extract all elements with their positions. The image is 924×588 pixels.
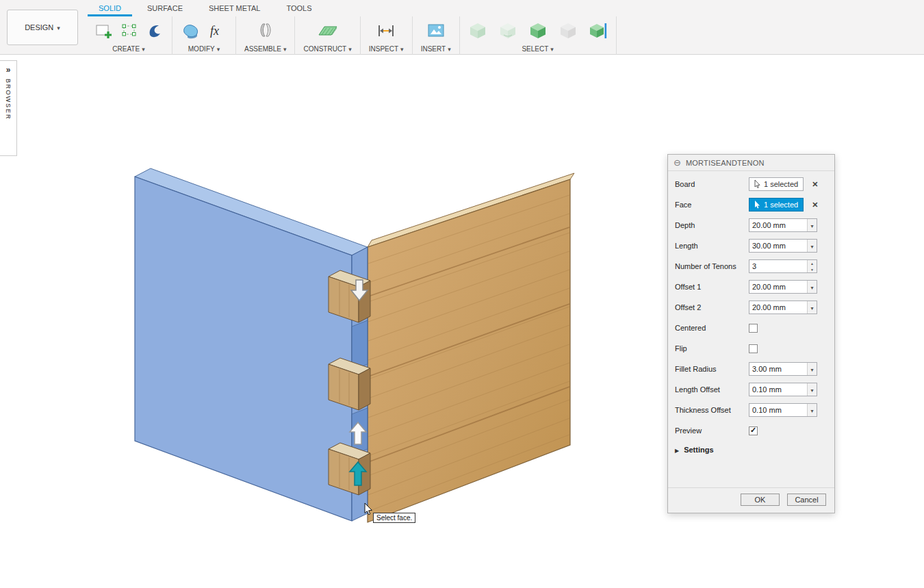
preview-checkbox[interactable] bbox=[749, 426, 758, 435]
design-menu-label: DESIGN bbox=[25, 23, 53, 31]
offset-1-input[interactable] bbox=[749, 281, 807, 293]
settings-expander[interactable]: Settings bbox=[668, 441, 834, 459]
length-label: Length bbox=[675, 242, 749, 250]
dialog-footer: OK Cancel bbox=[668, 487, 834, 513]
field-row-flip: Flip bbox=[668, 338, 834, 359]
group-modify: fx MODIFY bbox=[172, 16, 236, 55]
tab-solid[interactable]: SOLID bbox=[86, 0, 134, 16]
flip-checkbox[interactable] bbox=[749, 344, 758, 353]
tab-sheet-metal[interactable]: SHEET METAL bbox=[196, 0, 273, 16]
field-row-length-offset: Length Offset bbox=[668, 379, 834, 400]
depth-label: Depth bbox=[675, 221, 749, 229]
select-lasso-button[interactable] bbox=[498, 21, 517, 40]
chevron-down-icon bbox=[348, 45, 352, 53]
insert-canvas-button[interactable] bbox=[426, 21, 446, 41]
joint-button[interactable] bbox=[255, 21, 276, 41]
length-input-box bbox=[749, 239, 817, 253]
pointer-icon bbox=[754, 201, 760, 209]
browser-panel-collapsed[interactable]: BROWSER bbox=[0, 60, 17, 156]
board-selection-chip[interactable]: 1 selected bbox=[749, 177, 804, 191]
select-window-button[interactable] bbox=[468, 21, 487, 40]
length-offset-dropdown-button[interactable] bbox=[807, 383, 817, 396]
length-offset-input[interactable] bbox=[749, 383, 807, 396]
select-paint-button[interactable] bbox=[528, 21, 548, 40]
change-parameters-icon: fx bbox=[207, 21, 227, 41]
group-insert-label[interactable]: INSERT bbox=[421, 45, 451, 53]
construction-plane-button[interactable] bbox=[317, 21, 339, 41]
offset-2-dropdown-button[interactable] bbox=[807, 301, 817, 314]
offset-1-dropdown-button[interactable] bbox=[807, 281, 817, 293]
bounding-box-icon bbox=[120, 21, 140, 41]
depth-dropdown-button[interactable] bbox=[807, 219, 817, 231]
number-of-tenons-input[interactable] bbox=[749, 260, 807, 272]
pointer-icon bbox=[754, 180, 760, 188]
expand-browser-icon bbox=[6, 63, 11, 75]
clear-face-selection-button[interactable] bbox=[812, 201, 818, 209]
measure-button[interactable] bbox=[376, 21, 396, 41]
chevron-down-icon bbox=[810, 221, 813, 229]
field-row-centered: Centered bbox=[668, 318, 834, 338]
chevron-right-icon bbox=[675, 446, 679, 454]
group-modify-label[interactable]: MODIFY bbox=[188, 45, 220, 53]
cancel-button[interactable]: Cancel bbox=[787, 494, 826, 506]
form-button[interactable] bbox=[146, 21, 164, 41]
chevron-down-icon bbox=[283, 45, 287, 53]
dialog-header[interactable]: MORTISEANDTENON bbox=[668, 155, 834, 171]
tenon-1[interactable] bbox=[329, 270, 370, 322]
wood-board[interactable] bbox=[368, 173, 574, 522]
field-row-offset-1: Offset 1 bbox=[668, 277, 834, 297]
field-row-number-of-tenons: Number of Tenons bbox=[668, 256, 834, 277]
top-toolbar: DESIGN SOLID SURFACE SHEET METAL TOOLS bbox=[0, 0, 924, 55]
spinner-down-icon[interactable] bbox=[808, 266, 817, 272]
bounding-box-button[interactable] bbox=[120, 21, 140, 41]
group-select: SELECT bbox=[460, 16, 617, 55]
offset-2-input[interactable] bbox=[749, 301, 807, 314]
depth-input[interactable] bbox=[749, 219, 807, 231]
group-create-label[interactable]: CREATE bbox=[112, 45, 144, 53]
tab-surface[interactable]: SURFACE bbox=[134, 0, 196, 16]
offset-1-input-box bbox=[749, 280, 817, 294]
face-selection-chip[interactable]: 1 selected bbox=[749, 198, 804, 212]
create-sketch-button[interactable] bbox=[94, 21, 114, 41]
clear-board-selection-button[interactable] bbox=[812, 180, 818, 189]
chevron-down-icon bbox=[217, 45, 220, 53]
select-box-icon bbox=[559, 21, 578, 40]
construction-plane-icon bbox=[317, 21, 339, 41]
ok-button[interactable]: OK bbox=[741, 494, 780, 506]
insert-canvas-icon bbox=[426, 21, 446, 41]
centered-checkbox[interactable] bbox=[749, 324, 758, 333]
chevron-down-icon bbox=[142, 45, 145, 53]
tenon-2[interactable] bbox=[329, 358, 370, 410]
press-pull-icon bbox=[181, 21, 201, 41]
thickness-offset-input[interactable] bbox=[749, 404, 807, 416]
ribbon-groups: CREATE fx MODIFY bbox=[86, 16, 617, 55]
fillet-radius-dropdown-button[interactable] bbox=[807, 363, 817, 375]
change-parameters-button[interactable]: fx bbox=[207, 21, 227, 41]
group-insert: INSERT bbox=[413, 16, 460, 55]
length-input[interactable] bbox=[749, 240, 807, 252]
group-select-label[interactable]: SELECT bbox=[522, 45, 553, 53]
fillet-radius-label: Fillet Radius bbox=[675, 365, 749, 373]
field-row-face: Face 1 selected bbox=[668, 194, 834, 215]
fillet-radius-input[interactable] bbox=[749, 363, 807, 375]
chevron-down-icon bbox=[810, 406, 813, 414]
press-pull-button[interactable] bbox=[181, 21, 201, 41]
number-of-tenons-spinner[interactable] bbox=[807, 260, 817, 272]
thickness-offset-dropdown-button[interactable] bbox=[807, 404, 817, 416]
group-construct-label[interactable]: CONSTRUCT bbox=[303, 45, 351, 53]
field-row-board: Board 1 selected bbox=[668, 174, 834, 194]
group-assemble-label[interactable]: ASSEMBLE bbox=[244, 45, 286, 53]
select-box-button[interactable] bbox=[559, 21, 578, 40]
group-assemble: ASSEMBLE bbox=[236, 16, 295, 55]
chevron-down-icon bbox=[810, 242, 813, 250]
group-inspect-label[interactable]: INSPECT bbox=[369, 45, 404, 53]
group-construct: CONSTRUCT bbox=[295, 16, 360, 55]
field-row-thickness-offset: Thickness Offset bbox=[668, 400, 834, 420]
select-priority-button[interactable] bbox=[589, 21, 608, 40]
spinner-up-icon[interactable] bbox=[808, 260, 817, 266]
model-viewport[interactable]: BROWSER Select face. MORTISEANDTENON Boa… bbox=[0, 55, 924, 588]
collapse-dialog-icon[interactable] bbox=[673, 157, 681, 168]
tab-tools[interactable]: TOOLS bbox=[273, 0, 324, 16]
design-menu-button[interactable]: DESIGN bbox=[7, 10, 78, 45]
length-dropdown-button[interactable] bbox=[807, 240, 817, 252]
